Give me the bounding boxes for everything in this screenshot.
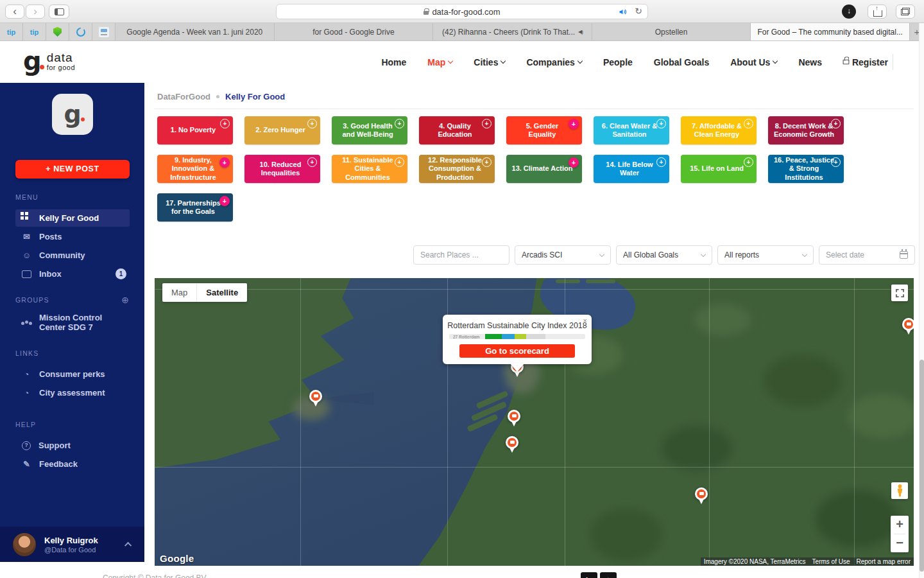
sidebar-item-support[interactable]: ?Support bbox=[15, 437, 130, 454]
go-to-scorecard-button[interactable]: Go to scorecard bbox=[459, 344, 575, 358]
browser-tab-for-good-the-communi[interactable]: For Good – The community based digital..… bbox=[751, 23, 910, 40]
sidebar-item-city-assessment[interactable]: City assessment bbox=[15, 384, 130, 401]
linkedin-icon[interactable]: in bbox=[581, 572, 597, 578]
add-goal-icon[interactable]: + bbox=[744, 157, 753, 167]
goal-9-9-industry-innovation-[interactable]: 9. Industry, Innovation & Infrastructure… bbox=[157, 155, 233, 183]
goal-7-7-affordable-clean-ene[interactable]: 7. Affordable & Clean Energy+ bbox=[681, 116, 757, 144]
add-goal-icon[interactable]: + bbox=[831, 157, 841, 167]
fullscreen-button[interactable] bbox=[891, 285, 908, 301]
new-post-button[interactable]: + NEW POST bbox=[15, 160, 130, 179]
goal-11-11-sustainable-cities-[interactable]: 11. Sustainable Cities & Communities+ bbox=[332, 155, 407, 183]
sidebar-item-feedback[interactable]: Feedback bbox=[15, 455, 130, 473]
add-goal-icon[interactable]: + bbox=[395, 119, 404, 128]
zoom-out-button[interactable]: − bbox=[891, 534, 909, 552]
scrollbar-thumb[interactable] bbox=[920, 360, 924, 572]
goal-12-12-responsible-consump[interactable]: 12. Responsible Consumption & Production… bbox=[419, 155, 495, 183]
goal-4-4-quality-education[interactable]: 4. Quality Education+ bbox=[419, 116, 495, 144]
pinned-tab-thumb[interactable] bbox=[92, 23, 116, 40]
pinned-tab-tip[interactable]: tip bbox=[0, 23, 23, 40]
user-card[interactable]: Kelly Ruigrok @Data for Good bbox=[0, 527, 144, 562]
map-marker-6[interactable] bbox=[902, 318, 914, 335]
goal-13-13-climate-action[interactable]: 13. Climate Action+ bbox=[506, 155, 582, 183]
goal-17-17-partnerships-for-th[interactable]: 17. Partnerships for the Goals+ bbox=[157, 193, 233, 222]
nav-item-register[interactable]: Register bbox=[843, 57, 888, 67]
nav-item-news[interactable]: News bbox=[798, 57, 822, 67]
breadcrumb-root[interactable]: DataForGood bbox=[157, 92, 210, 101]
pinned-tab-shield[interactable] bbox=[46, 23, 69, 40]
forward-button[interactable]: › bbox=[26, 4, 45, 19]
url-field[interactable]: data-for-good.com ↻ bbox=[276, 4, 648, 19]
goal-14-14-life-below-water[interactable]: 14. Life Below Water+ bbox=[594, 155, 669, 183]
reload-icon[interactable]: ↻ bbox=[635, 6, 642, 16]
nav-item-home[interactable]: Home bbox=[381, 57, 406, 67]
breadcrumb-current[interactable]: Kelly For Good bbox=[225, 92, 285, 101]
satellite-mode-button[interactable]: Satellite bbox=[196, 283, 247, 302]
nav-item-global-goals[interactable]: Global Goals bbox=[654, 57, 709, 67]
filter-select-arcadis-sci[interactable]: Arcadis SCI bbox=[515, 245, 611, 265]
sidebar-item-mission-control-center-sdg-7[interactable]: Mission Control Center SDG 7 bbox=[15, 313, 130, 331]
add-goal-icon[interactable]: + bbox=[569, 119, 579, 129]
map-mode-button[interactable]: Map bbox=[162, 283, 196, 302]
site-logo[interactable]: g data for good bbox=[23, 49, 75, 73]
add-goal-icon[interactable]: + bbox=[395, 157, 404, 167]
nav-item-companies[interactable]: Companies bbox=[526, 57, 581, 67]
browser-tab-for-good-google-driv[interactable]: for Good - Google Drive bbox=[275, 23, 434, 40]
add-goal-icon[interactable]: + bbox=[219, 157, 230, 168]
add-goal-icon[interactable]: + bbox=[482, 157, 492, 167]
nav-item-map[interactable]: Map bbox=[427, 57, 452, 67]
satellite-map[interactable]: × Rotterdam Sustainable City Index 2018 … bbox=[155, 278, 914, 566]
back-button[interactable]: ‹ bbox=[5, 4, 24, 19]
pinned-tab-tip[interactable]: tip bbox=[23, 23, 46, 40]
add-goal-icon[interactable]: + bbox=[482, 119, 492, 128]
nav-item-people[interactable]: People bbox=[603, 57, 633, 67]
instagram-icon[interactable]: ◉ bbox=[600, 572, 617, 578]
add-goal-icon[interactable]: + bbox=[569, 157, 579, 168]
goal-3-3-good-health-and-well[interactable]: 3. Good Health and Well-Being+ bbox=[332, 116, 407, 144]
sidebar-logo[interactable]: g bbox=[52, 94, 93, 135]
goal-15-15-life-on-land[interactable]: 15. Life on Land+ bbox=[681, 155, 757, 183]
browser-tab-opstellen[interactable]: Opstellen bbox=[592, 23, 751, 40]
close-icon[interactable]: × bbox=[583, 317, 587, 324]
add-goal-icon[interactable]: + bbox=[831, 119, 841, 128]
nav-item-about-us[interactable]: About Us bbox=[730, 57, 777, 67]
sidebar-item-community[interactable]: Community bbox=[15, 247, 130, 264]
terms-link[interactable]: Terms of Use bbox=[809, 557, 853, 566]
map-marker-3[interactable] bbox=[508, 410, 520, 427]
goal-5-5-gender-equality[interactable]: 5. Gender Equality+ bbox=[506, 116, 582, 144]
nav-item-cities[interactable]: Cities bbox=[474, 57, 505, 67]
goal-6-6-clean-water-sanitati[interactable]: 6. Clean Water & Sanitation+ bbox=[594, 116, 669, 144]
search-places-input[interactable] bbox=[420, 250, 502, 259]
add-goal-icon[interactable]: + bbox=[656, 119, 666, 128]
sidebar-item-consumer-perks[interactable]: Consumer perks bbox=[15, 365, 130, 383]
zoom-in-button[interactable]: + bbox=[891, 516, 909, 534]
tab-overview-button[interactable] bbox=[896, 4, 915, 19]
add-goal-icon[interactable]: + bbox=[744, 119, 753, 128]
goal-10-10-reduced-inequalitie[interactable]: 10. Reduced Inequalities+ bbox=[244, 155, 320, 183]
add-goal-icon[interactable]: + bbox=[220, 119, 230, 128]
browser-tab-42-rihanna-cheers-dr[interactable]: (42) Rihanna - Cheers (Drink To That...◀… bbox=[433, 23, 592, 40]
filter-select-all-global-goals[interactable]: All Global Goals bbox=[616, 245, 712, 265]
pinned-tab-ring[interactable] bbox=[69, 23, 92, 40]
page-scrollbar[interactable] bbox=[919, 23, 924, 578]
map-marker-4[interactable] bbox=[506, 436, 518, 453]
report-error-link[interactable]: Report a map error bbox=[853, 557, 914, 566]
filter-select-all-reports[interactable]: All reports bbox=[717, 245, 814, 265]
goal-1-1-no-poverty[interactable]: 1. No Poverty+ bbox=[157, 116, 233, 144]
add-goal-icon[interactable]: + bbox=[656, 157, 666, 167]
sidebar-item-kelly-for-good[interactable]: Kelly For Good bbox=[15, 209, 130, 227]
browser-tab-google-agenda-week-v[interactable]: Google Agenda - Week van 1. juni 2020 bbox=[116, 23, 275, 40]
sidebar-item-inbox[interactable]: Inbox1 bbox=[15, 265, 130, 283]
sidebar-toggle-button[interactable] bbox=[49, 4, 69, 19]
add-goal-icon[interactable]: + bbox=[307, 119, 317, 128]
date-picker[interactable]: Select date bbox=[819, 245, 915, 265]
map-marker-5[interactable] bbox=[695, 487, 708, 505]
share-button[interactable] bbox=[868, 4, 887, 19]
add-goal-icon[interactable]: + bbox=[307, 157, 317, 167]
audio-playing-icon[interactable] bbox=[619, 8, 627, 18]
pegman-button[interactable] bbox=[891, 482, 908, 499]
map-marker-2[interactable] bbox=[309, 390, 322, 407]
sidebar-item-posts[interactable]: Posts bbox=[15, 228, 130, 245]
downloads-button[interactable]: ↓ bbox=[842, 4, 856, 19]
add-group-icon[interactable]: ⊕ bbox=[121, 295, 129, 305]
goal-16-16-peace-justice-stron[interactable]: 16. Peace, Justice & Strong Institutions… bbox=[768, 155, 844, 183]
